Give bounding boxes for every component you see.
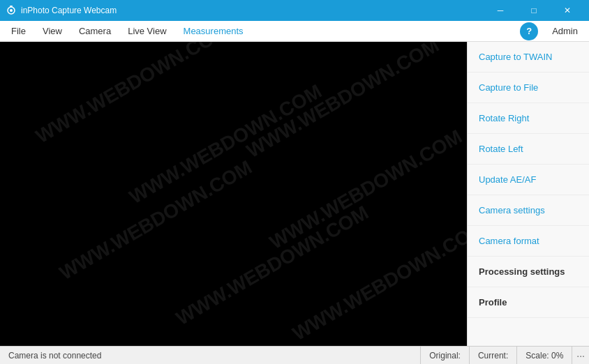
menu-camera[interactable]: Camera — [70, 22, 119, 40]
panel-camera-settings[interactable]: Camera settings — [468, 195, 589, 226]
app-title: inPhoto Capture Webcam — [21, 6, 484, 15]
menu-measurements[interactable]: Measurements — [175, 22, 252, 40]
watermark-6: WWW.WEBDOWN.COM — [266, 126, 466, 254]
menu-bar: File View Camera Live View Measurements … — [0, 21, 589, 42]
camera-preview: WWW.WEBDOWN.COM WWW.WEBDOWN.COM WWW.WEBD… — [0, 42, 467, 346]
status-original: Original: — [421, 347, 470, 364]
panel-processing-settings[interactable]: Processing settings — [468, 257, 589, 287]
watermark-7: WWW.WEBDOWN.COM — [289, 217, 467, 345]
maximize-button[interactable]: □ — [518, 0, 550, 21]
status-scale-text: Scale: 0% — [525, 351, 563, 361]
watermark-1: WWW.WEBDOWN.COM — [32, 42, 232, 148]
panel-profile[interactable]: Profile — [468, 287, 589, 318]
app-icon — [6, 5, 17, 16]
menu-view[interactable]: View — [34, 22, 70, 40]
admin-button[interactable]: Admin — [544, 23, 586, 39]
panel-rotate-left[interactable]: Rotate Left — [468, 134, 589, 165]
panel-capture-twain[interactable]: Capture to TWAIN — [468, 42, 589, 73]
minimize-button[interactable]: ─ — [484, 0, 516, 21]
watermark-4: WWW.WEBDOWN.COM — [172, 202, 373, 330]
panel-rotate-right[interactable]: Rotate Right — [468, 103, 589, 134]
status-more[interactable]: ··· — [572, 350, 589, 361]
status-bar: Camera is not connected Original: Curren… — [0, 346, 589, 364]
svg-point-1 — [10, 9, 13, 12]
main-area: WWW.WEBDOWN.COM WWW.WEBDOWN.COM WWW.WEBD… — [0, 42, 589, 346]
watermark-3: WWW.WEBDOWN.COM — [56, 156, 256, 285]
svg-rect-2 — [10, 6, 13, 7]
window-controls: ─ □ ✕ — [484, 0, 583, 21]
panel-capture-file[interactable]: Capture to File — [468, 73, 589, 103]
menu-file[interactable]: File — [3, 22, 34, 40]
watermark-overlay: WWW.WEBDOWN.COM WWW.WEBDOWN.COM WWW.WEBD… — [0, 42, 467, 346]
title-bar: inPhoto Capture Webcam ─ □ ✕ — [0, 0, 589, 21]
status-connected: Camera is not connected — [0, 347, 421, 364]
status-scale: Scale: 0% — [517, 347, 572, 364]
right-panel: Capture to TWAIN Capture to File Rotate … — [467, 42, 589, 346]
status-original-text: Original: — [429, 351, 461, 361]
watermark-5: WWW.WEBDOWN.COM — [242, 42, 442, 162]
status-connected-text: Camera is not connected — [8, 351, 101, 361]
watermark-2: WWW.WEBDOWN.COM — [126, 80, 326, 208]
panel-camera-format[interactable]: Camera format — [468, 226, 589, 257]
close-button[interactable]: ✕ — [551, 0, 583, 21]
menu-live-view[interactable]: Live View — [119, 22, 174, 40]
panel-update-aeaf[interactable]: Update AE/AF — [468, 165, 589, 195]
status-current-text: Current: — [478, 351, 508, 361]
status-current: Current: — [470, 347, 517, 364]
help-button[interactable]: ? — [520, 22, 538, 40]
